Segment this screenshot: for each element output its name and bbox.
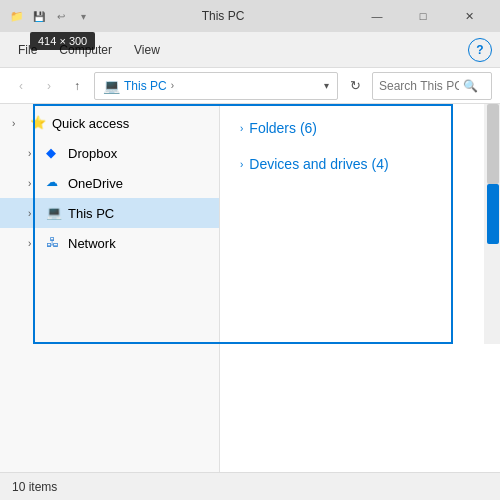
onedrive-icon: ☁ — [46, 175, 62, 191]
refresh-button[interactable]: ↻ — [342, 73, 368, 99]
content-section-devices: › Devices and drives (4) — [240, 156, 480, 172]
path-dropdown-arrow[interactable]: ▾ — [324, 80, 329, 91]
tb-undo-icon: ↩ — [52, 7, 70, 25]
sidebar-label-onedrive: OneDrive — [68, 176, 123, 191]
sidebar-item-network[interactable]: › 🖧 Network — [0, 228, 219, 258]
app-icon: 📁 — [8, 7, 26, 25]
dimension-badge: 414 × 300 — [30, 32, 95, 50]
main-area: › ⭐ Quick access › ◆ Dropbox › ☁ OneDriv… — [0, 104, 500, 472]
devices-section-title[interactable]: › Devices and drives (4) — [240, 156, 480, 172]
devices-arrow: › — [240, 159, 243, 170]
quick-access-icon: ⭐ — [30, 115, 46, 131]
status-bar: 10 items — [0, 472, 500, 500]
sidebar-label-quick-access: Quick access — [52, 116, 129, 131]
forward-button[interactable]: › — [36, 73, 62, 99]
path-computer-icon: 💻 — [103, 78, 120, 94]
close-button[interactable]: ✕ — [446, 0, 492, 32]
nav-buttons: ‹ › ↑ — [8, 73, 90, 99]
scrollbar-track — [487, 104, 499, 184]
sidebar-item-this-pc[interactable]: › 💻 This PC — [0, 198, 219, 228]
network-icon: 🖧 — [46, 235, 62, 251]
title-bar: 📁 💾 ↩ ▾ This PC — □ ✕ — [0, 0, 500, 32]
search-input[interactable] — [379, 79, 459, 93]
expand-arrow-dropbox: › — [28, 148, 40, 159]
folders-arrow: › — [240, 123, 243, 134]
path-arrow: › — [171, 80, 174, 91]
expand-arrow-network: › — [28, 238, 40, 249]
expand-arrow-quick-access: › — [12, 118, 24, 129]
window-controls: — □ ✕ — [354, 0, 492, 32]
sidebar-item-dropbox[interactable]: › ◆ Dropbox — [0, 138, 219, 168]
sidebar-label-network: Network — [68, 236, 116, 251]
sidebar-label-dropbox: Dropbox — [68, 146, 117, 161]
scrollbar-thumb[interactable] — [487, 184, 499, 244]
sidebar-label-this-pc: This PC — [68, 206, 114, 221]
scrollbar[interactable] — [484, 104, 500, 344]
dropbox-icon: ◆ — [46, 145, 62, 161]
path-segment-thispc: This PC — [124, 79, 167, 93]
folders-section-title[interactable]: › Folders (6) — [240, 120, 480, 136]
sidebar-item-onedrive[interactable]: › ☁ OneDrive — [0, 168, 219, 198]
ribbon-tab-view[interactable]: View — [124, 32, 170, 67]
help-button[interactable]: ? — [468, 38, 492, 62]
maximize-button[interactable]: □ — [400, 0, 446, 32]
devices-label: Devices and drives (4) — [249, 156, 388, 172]
search-icon[interactable]: 🔍 — [463, 79, 478, 93]
back-button[interactable]: ‹ — [8, 73, 34, 99]
tb-more-icon[interactable]: ▾ — [74, 7, 92, 25]
folders-label: Folders (6) — [249, 120, 317, 136]
sidebar-item-quick-access[interactable]: › ⭐ Quick access — [0, 108, 219, 138]
minimize-button[interactable]: — — [354, 0, 400, 32]
title-bar-icons: 📁 💾 ↩ ▾ — [8, 7, 92, 25]
this-pc-icon: 💻 — [46, 205, 62, 221]
sidebar: › ⭐ Quick access › ◆ Dropbox › ☁ OneDriv… — [0, 104, 220, 472]
address-bar: ‹ › ↑ 💻 This PC › ▾ ↻ 🔍 — [0, 68, 500, 104]
search-box[interactable]: 🔍 — [372, 72, 492, 100]
expand-arrow-onedrive: › — [28, 178, 40, 189]
expand-arrow-thispc: › — [28, 208, 40, 219]
content-area: › Folders (6) › Devices and drives (4) — [220, 104, 500, 472]
window-title: This PC — [92, 9, 354, 23]
tb-save-icon: 💾 — [30, 7, 48, 25]
address-path[interactable]: 💻 This PC › ▾ — [94, 72, 338, 100]
item-count: 10 items — [12, 480, 57, 494]
content-section-folders: › Folders (6) — [240, 120, 480, 136]
up-button[interactable]: ↑ — [64, 73, 90, 99]
